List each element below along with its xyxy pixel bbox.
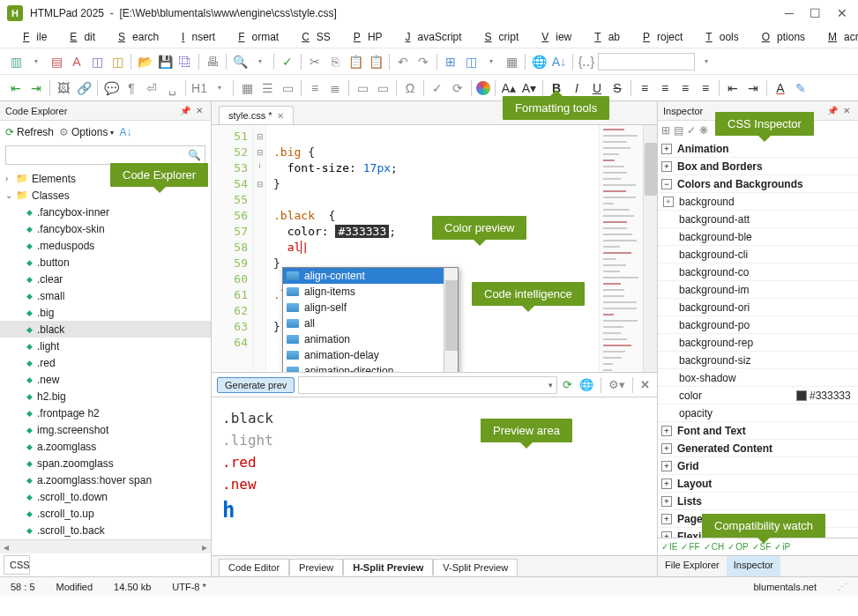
right-tab[interactable]: Inspector (727, 556, 780, 576)
tree-class-item[interactable]: ◆img.screenshot (0, 421, 211, 438)
vertical-scrollbar[interactable] (643, 125, 657, 372)
split-icon[interactable]: ◫ (462, 53, 480, 71)
close-tab-icon[interactable]: ✕ (277, 111, 284, 121)
tree-class-item[interactable]: ◆span.zoomglass (0, 455, 211, 471)
align-left-icon[interactable]: ≡ (636, 79, 653, 97)
autocomplete-scrollbar[interactable] (444, 268, 458, 372)
menu-edit[interactable]: Edit (56, 29, 102, 45)
view-tab[interactable]: Code Editor (219, 559, 289, 575)
autocomplete-item[interactable]: animation (283, 331, 444, 347)
inspector-tool-icon[interactable]: ▤ (674, 124, 683, 137)
special-char-icon[interactable]: Ω (401, 79, 419, 97)
inspector-category[interactable]: +Generated Content (658, 440, 858, 457)
comment-icon[interactable]: 💬 (102, 79, 120, 97)
inspector-property[interactable]: background-co (658, 263, 858, 281)
tree-class-item[interactable]: ◆a.zoomglass (0, 438, 211, 455)
ai-icon[interactable] (476, 81, 490, 95)
sort-az-icon[interactable]: A↓ (550, 53, 568, 71)
spellcheck-icon[interactable]: ✓ (279, 53, 296, 71)
inspector-property[interactable]: background-cli (658, 246, 858, 263)
autocomplete-item[interactable]: animation-delay (283, 347, 444, 363)
horizontal-scrollbar[interactable]: ◂▸ (0, 539, 211, 553)
font-color-icon[interactable]: A (772, 79, 789, 97)
maximize-icon[interactable]: ☐ (810, 6, 821, 20)
inspector-property[interactable]: color#333333 (658, 387, 858, 404)
menu-format[interactable]: Format (224, 29, 286, 45)
close-panel-icon[interactable]: ✕ (843, 106, 850, 115)
search-icon[interactable]: 🔍 (188, 149, 201, 161)
chevron-down-icon[interactable]: ▾ (27, 53, 45, 71)
inspector-category[interactable]: −Colors and Backgrounds (658, 175, 858, 193)
autocomplete-item[interactable]: animation-direction (283, 363, 444, 372)
inspector-category[interactable]: +Box and Borders (658, 158, 858, 175)
input-icon[interactable]: ▭ (279, 79, 296, 97)
minimize-icon[interactable]: ─ (785, 6, 794, 20)
tree-class-item[interactable]: ◆.fancybox-inner (0, 204, 211, 220)
underline-icon[interactable]: U (588, 79, 606, 97)
inspector-category[interactable]: +Layout (658, 475, 858, 493)
inspector-category[interactable]: +Grid (658, 457, 858, 475)
tree-class-item[interactable]: ◆.button (0, 254, 211, 271)
menu-javascript[interactable]: JavaScript (392, 29, 469, 45)
div-icon[interactable]: ▭ (354, 79, 371, 97)
close-preview-icon[interactable]: ✕ (638, 378, 652, 391)
new-css-icon[interactable]: A (68, 53, 86, 71)
selector-dropdown[interactable] (598, 53, 695, 71)
toggle-view-icon[interactable]: ⊞ (442, 53, 459, 71)
font-increase-icon[interactable]: A▴ (500, 79, 518, 97)
span-icon[interactable]: ▭ (374, 79, 392, 97)
view-tab[interactable]: H-Split Preview (343, 559, 433, 575)
menu-macro[interactable]: Macro (814, 29, 858, 45)
autocomplete-item[interactable]: align-items (283, 284, 444, 300)
tree-class-item[interactable]: ◆.scroll_to.down (0, 488, 211, 505)
sort-icon[interactable]: A↓ (119, 126, 131, 138)
menu-file[interactable]: File (9, 29, 54, 45)
new-php-icon[interactable]: ◫ (88, 53, 106, 71)
inspector-tool-icon[interactable]: ❋ (699, 124, 708, 137)
inspector-property[interactable]: background-ble (658, 228, 858, 246)
highlight-icon[interactable]: ✎ (792, 79, 810, 97)
layout-icon[interactable]: ▦ (503, 53, 520, 71)
cut-icon[interactable]: ✂ (306, 53, 324, 71)
menu-search[interactable]: Search (104, 29, 166, 45)
inspector-category[interactable]: +Animation (658, 140, 858, 158)
inspector-property[interactable]: background-im (658, 281, 858, 299)
inspector-tool-icon[interactable]: ✓ (687, 124, 696, 137)
refresh-button[interactable]: ⟳Refresh (5, 126, 54, 138)
tree-class-item[interactable]: ◆.meduspods (0, 237, 211, 254)
refresh-preview-icon[interactable]: ⟳ (561, 378, 574, 391)
menu-insert[interactable]: Insert (168, 29, 222, 45)
menu-options[interactable]: Options (748, 29, 812, 45)
view-tab[interactable]: Preview (289, 559, 343, 575)
tidy-icon[interactable]: ⟳ (449, 79, 466, 97)
minimap[interactable] (599, 125, 643, 372)
save-all-icon[interactable]: ⿻ (176, 53, 194, 71)
right-tab[interactable]: File Explorer (658, 556, 727, 576)
browser-icon[interactable]: 🌐 (578, 378, 595, 391)
table-icon[interactable]: ▦ (238, 79, 256, 97)
autocomplete-item[interactable]: align-content (283, 268, 444, 284)
tree-class-item[interactable]: ◆.scroll_to.up (0, 505, 211, 522)
chevron-down-icon[interactable]: ▾ (482, 53, 500, 71)
menu-project[interactable]: Project (629, 29, 690, 45)
close-panel-icon[interactable]: ✕ (196, 106, 203, 115)
view-tab[interactable]: V-Split Preview (433, 559, 518, 575)
menu-php[interactable]: PHP (339, 29, 390, 45)
tree-class-item[interactable]: ◆.red (0, 354, 211, 371)
inspector-property[interactable]: background-ori (658, 299, 858, 316)
chevron-down-icon[interactable]: ▾ (698, 53, 715, 71)
tree-class-item[interactable]: ◆.scroll_to.back (0, 522, 211, 538)
inspector-property[interactable]: box-shadow (658, 369, 858, 387)
menu-view[interactable]: View (527, 29, 578, 45)
menu-script[interactable]: Script (471, 29, 526, 45)
indent-right-icon[interactable]: ⇥ (744, 79, 762, 97)
resize-grip-icon[interactable]: ⋰ (838, 582, 847, 593)
menu-tools[interactable]: Tools (691, 29, 745, 45)
paste-icon[interactable]: 📋 (347, 53, 364, 71)
tree-class-item[interactable]: ◆.frontpage h2 (0, 404, 211, 421)
new-file-icon[interactable]: ▥ (7, 53, 25, 71)
search-input[interactable] (10, 149, 188, 161)
tree-class-item[interactable]: ◆h2.big (0, 388, 211, 404)
list-ol-icon[interactable]: ≣ (326, 79, 344, 97)
generate-preview-button[interactable]: Generate prev (217, 377, 295, 393)
